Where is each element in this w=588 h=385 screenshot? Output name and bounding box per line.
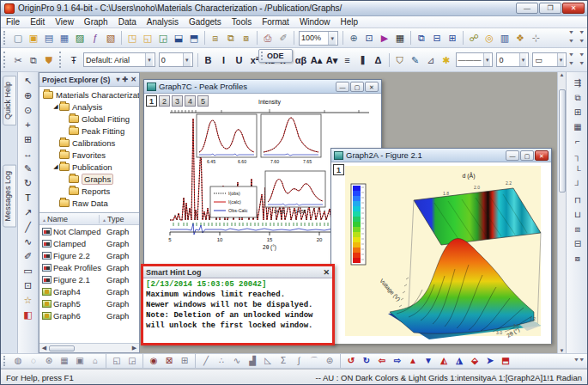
expand-arrow-icon[interactable]: ◢ bbox=[52, 103, 59, 110]
font-combo[interactable]: Default: Arial ▾ bbox=[83, 52, 155, 67]
freehand-tool-icon[interactable]: ✐ bbox=[21, 249, 36, 264]
column-type[interactable]: Type bbox=[107, 215, 124, 223]
duplicate-window-icon[interactable]: ⧉ bbox=[415, 31, 428, 45]
expand-arrow-icon[interactable]: ◢ bbox=[52, 163, 59, 170]
draw-scatter-icon[interactable]: ∴ bbox=[215, 355, 228, 367]
close-icon[interactable]: ✕ bbox=[323, 268, 330, 277]
integrate-tool-icon[interactable]: ∫ bbox=[292, 355, 306, 367]
curve-tool-icon[interactable]: ∿ bbox=[21, 235, 36, 249]
screen-reader-icon[interactable]: + bbox=[21, 118, 36, 132]
3d-rotate-cw-icon[interactable]: ↻ bbox=[360, 355, 373, 367]
menu-data[interactable]: Data bbox=[113, 17, 142, 27]
toolbar-grip[interactable] bbox=[59, 52, 64, 68]
window-row-graph6[interactable]: Graph6Graph bbox=[39, 309, 139, 321]
font-button-icon[interactable]: Ŧ bbox=[67, 53, 81, 67]
area-tool-icon[interactable]: ◺ bbox=[261, 355, 275, 367]
tree-item-raw-data[interactable]: Raw Data bbox=[39, 197, 139, 209]
save-template-icon[interactable]: ⬒ bbox=[187, 31, 201, 45]
new-layer-grid-icon[interactable]: ▦ bbox=[570, 119, 585, 134]
3d-rotation-icon[interactable]: ◧ bbox=[21, 308, 36, 322]
tree-item-publication[interactable]: ◢Publication bbox=[39, 161, 139, 173]
chevron-down-icon[interactable]: ▾ bbox=[557, 53, 565, 66]
close-button[interactable]: ✕ bbox=[535, 150, 549, 161]
merge-graphs-icon[interactable]: ⧉ bbox=[570, 90, 585, 105]
3d-shrink-icon[interactable]: ◮ bbox=[452, 355, 466, 367]
add-right-y-layer-icon[interactable]: ┐ bbox=[570, 149, 585, 163]
new-function-graph-icon[interactable]: ƒ bbox=[88, 31, 102, 45]
maximize-button[interactable]: ▢ bbox=[350, 82, 364, 92]
fit-page-to-layers-icon[interactable]: ⧇ bbox=[570, 251, 585, 266]
3d-tilt-up-icon[interactable]: ▲ bbox=[406, 355, 420, 367]
tree-item-peak-fitting[interactable]: Peak Fitting bbox=[39, 125, 139, 137]
toolbar-overflow-icon[interactable]: ⯆⯆ bbox=[579, 52, 585, 69]
format-painter-icon[interactable]: ⛊ bbox=[42, 53, 56, 67]
line-tool-icon[interactable]: ╱ bbox=[21, 220, 36, 235]
add-roi-icon[interactable]: ⊠ bbox=[162, 355, 176, 367]
3d-rotate-ccw-icon[interactable]: ↺ bbox=[344, 355, 358, 367]
menu-view[interactable]: View bbox=[50, 17, 79, 27]
toolbar-grip[interactable] bbox=[261, 52, 265, 60]
tree-item-graphs[interactable]: Graphs bbox=[39, 173, 139, 185]
calculator-icon[interactable]: ▥ bbox=[498, 31, 512, 45]
line-width-combo[interactable]: 0 ▾ bbox=[496, 52, 529, 67]
window-row-graph4[interactable]: Graph4Graph bbox=[39, 285, 139, 297]
scrollbar-thumb[interactable] bbox=[559, 89, 566, 192]
minimize-button[interactable]: — bbox=[516, 3, 538, 14]
vertical-text-icon[interactable]: ⫼ bbox=[356, 53, 370, 67]
minimize-button[interactable]: — bbox=[336, 82, 349, 92]
mask-tool-icon[interactable]: ✎ bbox=[21, 162, 36, 176]
draw-line-icon[interactable]: ╱ bbox=[199, 355, 213, 367]
custom-routine-icon[interactable]: ◎ bbox=[482, 31, 496, 45]
rescale-page-icon[interactable]: ⊕ bbox=[347, 31, 361, 45]
vertical-scrollbar[interactable]: ▲ ▼ bbox=[557, 72, 566, 353]
new-workbook-icon[interactable]: ▤ bbox=[42, 31, 56, 45]
menu-window[interactable]: Window bbox=[294, 17, 336, 27]
toolbar-grip[interactable] bbox=[3, 52, 8, 68]
layer-properties-icon[interactable]: ⧈ bbox=[570, 222, 585, 236]
mask-range-icon[interactable]: ◍ bbox=[11, 355, 25, 367]
hide-masked-icon[interactable]: ▣ bbox=[73, 355, 87, 367]
toolbar-overflow-icon[interactable]: ⯆⯆ bbox=[579, 29, 585, 46]
copy-icon[interactable]: ⧉ bbox=[27, 53, 40, 67]
mask-color-icon[interactable]: ⌂ bbox=[88, 355, 102, 367]
toolbar-overflow-icon[interactable]: ⯆⯆ bbox=[568, 29, 573, 46]
horizontal-scrollbar[interactable]: ◀ ▶ bbox=[39, 343, 139, 352]
snap-tool-icon[interactable]: ✐ bbox=[276, 31, 290, 45]
clear-roi-icon[interactable]: ⊞ bbox=[178, 355, 191, 367]
layer-arrange-icon[interactable]: ⇶ bbox=[570, 76, 585, 90]
tree-item-global-fitting[interactable]: Global Fitting bbox=[39, 113, 139, 125]
new-matrix-icon[interactable]: ▦ bbox=[58, 31, 71, 45]
line-color-icon[interactable]: ✎ bbox=[409, 53, 422, 67]
menu-graph[interactable]: Graph bbox=[79, 17, 113, 27]
graph2a-window[interactable]: Graph2A - Figure 2.1 — ▢ ✕ 1 bbox=[330, 148, 552, 344]
toolbar-overflow-icon[interactable]: ⯆⯆ bbox=[573, 357, 585, 365]
3d-frame-icon[interactable]: ⬒ bbox=[499, 355, 512, 367]
add-left-y-layer-icon[interactable]: ┘ bbox=[570, 178, 585, 192]
menu-edit[interactable]: Edit bbox=[25, 17, 50, 27]
minimize-button[interactable]: — bbox=[506, 150, 519, 161]
zoom-level-combo[interactable]: 100% ▾ bbox=[299, 31, 338, 46]
stack-tool-icon[interactable]: ⊜ bbox=[323, 355, 336, 367]
close-button[interactable]: ✕ bbox=[365, 82, 379, 92]
chevron-down-icon[interactable]: ▾ bbox=[183, 53, 191, 66]
3d-reset-rotation-icon[interactable]: ➤ bbox=[483, 355, 497, 367]
underline-icon[interactable]: U bbox=[233, 53, 246, 67]
save-project-icon[interactable]: ⬓ bbox=[172, 31, 185, 45]
insert-graph-icon[interactable]: ⊡ bbox=[21, 278, 36, 293]
align-icon[interactable]: ≡ bbox=[341, 53, 355, 67]
rectangle-tool-icon[interactable]: ▭ bbox=[21, 264, 36, 278]
fit-layers-to-page-icon[interactable]: ⊟ bbox=[570, 236, 585, 251]
tab-messages-log[interactable]: Messages Log bbox=[3, 165, 16, 228]
close-button[interactable]: ✕ bbox=[562, 3, 585, 14]
refresh-window-icon[interactable]: ⊞ bbox=[446, 31, 459, 45]
new-graph-icon[interactable]: ▨ bbox=[73, 31, 87, 45]
tab-quick-help[interactable]: Quick Help bbox=[3, 76, 16, 125]
window-row-not-clamped[interactable]: Not ClampedGraph bbox=[39, 225, 139, 237]
list-header[interactable]: ▴Name ▴Type bbox=[39, 213, 139, 225]
column-name[interactable]: Name bbox=[47, 215, 68, 223]
stats-tool-icon[interactable]: Σ bbox=[276, 355, 290, 367]
increase-font-icon[interactable]: A▴ bbox=[310, 53, 324, 67]
rotate-tool-icon[interactable]: ↻ bbox=[21, 176, 36, 191]
highlight-icon[interactable]: ✱ bbox=[439, 53, 453, 67]
window-row-graph5[interactable]: Graph5Graph bbox=[39, 297, 139, 309]
